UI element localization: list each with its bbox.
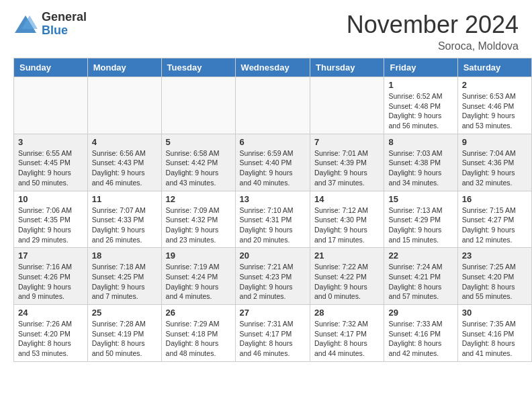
calendar-cell: 3Sunrise: 6:55 AM Sunset: 4:45 PM Daylig… bbox=[14, 134, 88, 191]
calendar-table: Sunday Monday Tuesday Wednesday Thursday… bbox=[13, 58, 532, 362]
col-friday: Friday bbox=[384, 58, 457, 77]
day-info: Sunrise: 7:22 AM Sunset: 4:22 PM Dayligh… bbox=[314, 262, 380, 302]
day-number: 8 bbox=[388, 137, 453, 147]
day-info: Sunrise: 7:24 AM Sunset: 4:21 PM Dayligh… bbox=[388, 262, 453, 302]
day-number: 9 bbox=[462, 137, 527, 147]
day-number: 10 bbox=[18, 194, 83, 204]
calendar-cell bbox=[87, 77, 161, 134]
calendar-cell bbox=[310, 77, 384, 134]
calendar-cell: 11Sunrise: 7:07 AM Sunset: 4:33 PM Dayli… bbox=[87, 191, 161, 248]
calendar-cell: 26Sunrise: 7:29 AM Sunset: 4:18 PM Dayli… bbox=[161, 305, 235, 362]
day-info: Sunrise: 7:04 AM Sunset: 4:36 PM Dayligh… bbox=[462, 148, 527, 188]
calendar-body: 1Sunrise: 6:52 AM Sunset: 4:48 PM Daylig… bbox=[14, 77, 532, 362]
calendar-week-row: 24Sunrise: 7:26 AM Sunset: 4:20 PM Dayli… bbox=[14, 305, 532, 362]
day-info: Sunrise: 7:19 AM Sunset: 4:24 PM Dayligh… bbox=[166, 262, 231, 302]
logo-general-text: General bbox=[42, 11, 87, 24]
col-wednesday: Wednesday bbox=[235, 58, 310, 77]
day-number: 2 bbox=[462, 80, 527, 90]
col-monday: Monday bbox=[87, 58, 161, 77]
day-number: 27 bbox=[240, 308, 306, 318]
calendar-cell: 16Sunrise: 7:15 AM Sunset: 4:27 PM Dayli… bbox=[457, 191, 531, 248]
day-number: 7 bbox=[314, 137, 380, 147]
day-number: 21 bbox=[314, 250, 380, 261]
day-number: 14 bbox=[314, 194, 380, 204]
logo-blue-text: Blue bbox=[42, 24, 87, 38]
day-number: 15 bbox=[388, 194, 453, 204]
day-number: 1 bbox=[388, 80, 453, 90]
month-title: November 2024 bbox=[347, 11, 519, 39]
day-number: 6 bbox=[240, 137, 306, 147]
calendar-cell: 23Sunrise: 7:25 AM Sunset: 4:20 PM Dayli… bbox=[457, 248, 531, 305]
day-number: 12 bbox=[166, 194, 231, 204]
day-number: 16 bbox=[462, 194, 527, 204]
calendar-week-row: 17Sunrise: 7:16 AM Sunset: 4:26 PM Dayli… bbox=[14, 248, 532, 305]
day-number: 3 bbox=[18, 137, 83, 147]
title-block: November 2024 Soroca, Moldova bbox=[347, 11, 519, 52]
col-sunday: Sunday bbox=[14, 58, 88, 77]
day-number: 30 bbox=[462, 308, 527, 318]
day-info: Sunrise: 6:59 AM Sunset: 4:40 PM Dayligh… bbox=[240, 148, 306, 188]
calendar-wrapper: Sunday Monday Tuesday Wednesday Thursday… bbox=[0, 58, 532, 369]
day-info: Sunrise: 7:25 AM Sunset: 4:20 PM Dayligh… bbox=[462, 262, 527, 302]
calendar-cell: 22Sunrise: 7:24 AM Sunset: 4:21 PM Dayli… bbox=[384, 248, 457, 305]
logo-text: General Blue bbox=[42, 11, 87, 38]
calendar-cell: 4Sunrise: 6:56 AM Sunset: 4:43 PM Daylig… bbox=[87, 134, 161, 191]
day-info: Sunrise: 7:26 AM Sunset: 4:20 PM Dayligh… bbox=[18, 319, 83, 359]
calendar-cell: 8Sunrise: 7:03 AM Sunset: 4:38 PM Daylig… bbox=[384, 134, 457, 191]
calendar-cell: 27Sunrise: 7:31 AM Sunset: 4:17 PM Dayli… bbox=[235, 305, 310, 362]
day-info: Sunrise: 7:29 AM Sunset: 4:18 PM Dayligh… bbox=[166, 319, 231, 359]
day-info: Sunrise: 7:32 AM Sunset: 4:17 PM Dayligh… bbox=[314, 319, 380, 359]
page-header: General Blue November 2024 Soroca, Moldo… bbox=[0, 0, 532, 58]
calendar-cell: 1Sunrise: 6:52 AM Sunset: 4:48 PM Daylig… bbox=[384, 77, 457, 134]
day-number: 11 bbox=[92, 194, 157, 204]
day-number: 24 bbox=[18, 308, 83, 318]
day-info: Sunrise: 7:31 AM Sunset: 4:17 PM Dayligh… bbox=[240, 319, 306, 359]
calendar-header: Sunday Monday Tuesday Wednesday Thursday… bbox=[14, 58, 532, 77]
day-number: 20 bbox=[240, 250, 306, 261]
day-number: 26 bbox=[166, 308, 231, 318]
calendar-cell: 29Sunrise: 7:33 AM Sunset: 4:16 PM Dayli… bbox=[384, 305, 457, 362]
col-tuesday: Tuesday bbox=[161, 58, 235, 77]
day-info: Sunrise: 7:06 AM Sunset: 4:35 PM Dayligh… bbox=[18, 205, 83, 245]
day-info: Sunrise: 7:09 AM Sunset: 4:32 PM Dayligh… bbox=[166, 205, 231, 245]
day-number: 5 bbox=[166, 137, 231, 147]
calendar-cell: 24Sunrise: 7:26 AM Sunset: 4:20 PM Dayli… bbox=[14, 305, 88, 362]
day-info: Sunrise: 6:53 AM Sunset: 4:46 PM Dayligh… bbox=[462, 91, 527, 131]
day-number: 28 bbox=[314, 308, 380, 318]
calendar-cell: 5Sunrise: 6:58 AM Sunset: 4:42 PM Daylig… bbox=[161, 134, 235, 191]
calendar-week-row: 10Sunrise: 7:06 AM Sunset: 4:35 PM Dayli… bbox=[14, 191, 532, 248]
day-info: Sunrise: 7:07 AM Sunset: 4:33 PM Dayligh… bbox=[92, 205, 157, 245]
day-info: Sunrise: 7:33 AM Sunset: 4:16 PM Dayligh… bbox=[388, 319, 453, 359]
day-number: 4 bbox=[92, 137, 157, 147]
day-info: Sunrise: 6:55 AM Sunset: 4:45 PM Dayligh… bbox=[18, 148, 83, 188]
calendar-cell bbox=[14, 77, 88, 134]
col-thursday: Thursday bbox=[310, 58, 384, 77]
calendar-cell: 10Sunrise: 7:06 AM Sunset: 4:35 PM Dayli… bbox=[14, 191, 88, 248]
day-info: Sunrise: 7:15 AM Sunset: 4:27 PM Dayligh… bbox=[462, 205, 527, 245]
day-info: Sunrise: 7:35 AM Sunset: 4:16 PM Dayligh… bbox=[462, 319, 527, 359]
calendar-week-row: 3Sunrise: 6:55 AM Sunset: 4:45 PM Daylig… bbox=[14, 134, 532, 191]
day-info: Sunrise: 6:58 AM Sunset: 4:42 PM Dayligh… bbox=[166, 148, 231, 188]
day-info: Sunrise: 7:28 AM Sunset: 4:19 PM Dayligh… bbox=[92, 319, 157, 359]
day-info: Sunrise: 7:16 AM Sunset: 4:26 PM Dayligh… bbox=[18, 262, 83, 302]
header-row: Sunday Monday Tuesday Wednesday Thursday… bbox=[14, 58, 532, 77]
day-number: 29 bbox=[388, 308, 453, 318]
calendar-cell bbox=[161, 77, 235, 134]
calendar-cell: 2Sunrise: 6:53 AM Sunset: 4:46 PM Daylig… bbox=[457, 77, 531, 134]
day-number: 17 bbox=[18, 250, 83, 261]
calendar-week-row: 1Sunrise: 6:52 AM Sunset: 4:48 PM Daylig… bbox=[14, 77, 532, 134]
logo-icon bbox=[13, 14, 38, 34]
calendar-cell: 12Sunrise: 7:09 AM Sunset: 4:32 PM Dayli… bbox=[161, 191, 235, 248]
calendar-cell: 6Sunrise: 6:59 AM Sunset: 4:40 PM Daylig… bbox=[235, 134, 310, 191]
calendar-cell: 15Sunrise: 7:13 AM Sunset: 4:29 PM Dayli… bbox=[384, 191, 457, 248]
day-number: 25 bbox=[92, 308, 157, 318]
calendar-cell: 25Sunrise: 7:28 AM Sunset: 4:19 PM Dayli… bbox=[87, 305, 161, 362]
calendar-cell: 28Sunrise: 7:32 AM Sunset: 4:17 PM Dayli… bbox=[310, 305, 384, 362]
day-number: 13 bbox=[240, 194, 306, 204]
calendar-cell: 21Sunrise: 7:22 AM Sunset: 4:22 PM Dayli… bbox=[310, 248, 384, 305]
day-info: Sunrise: 7:01 AM Sunset: 4:39 PM Dayligh… bbox=[314, 148, 380, 188]
calendar-cell: 17Sunrise: 7:16 AM Sunset: 4:26 PM Dayli… bbox=[14, 248, 88, 305]
day-number: 22 bbox=[388, 250, 453, 261]
day-number: 19 bbox=[166, 250, 231, 261]
day-info: Sunrise: 7:03 AM Sunset: 4:38 PM Dayligh… bbox=[388, 148, 453, 188]
